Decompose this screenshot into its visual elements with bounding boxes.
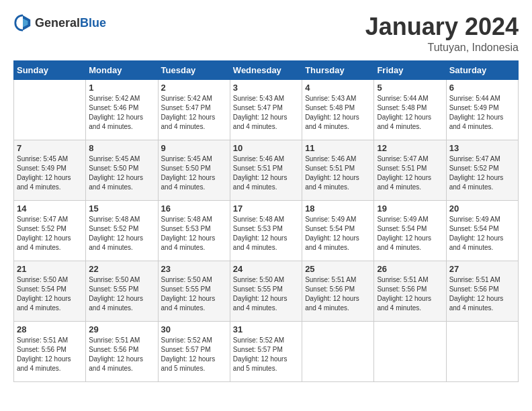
day-number: 10 — [233, 143, 299, 153]
table-row: 18 Sunrise: 5:49 AM Sunset: 5:54 PM Dayl… — [302, 200, 374, 261]
table-row: 3 Sunrise: 5:43 AM Sunset: 5:47 PM Dayli… — [230, 79, 302, 140]
calendar-week-row: 1 Sunrise: 5:42 AM Sunset: 5:46 PM Dayli… — [14, 79, 519, 140]
cell-sunrise: Sunrise: 5:43 AM — [305, 95, 356, 102]
cell-daylight: Daylight: 12 hours and 4 minutes. — [89, 113, 143, 130]
cell-sunset: Sunset: 5:56 PM — [449, 285, 499, 293]
cell-sunrise: Sunrise: 5:48 AM — [89, 216, 140, 223]
calendar-week-row: 21 Sunrise: 5:50 AM Sunset: 5:54 PM Dayl… — [14, 261, 519, 321]
table-row: 21 Sunrise: 5:50 AM Sunset: 5:54 PM Dayl… — [14, 261, 86, 321]
table-row: 27 Sunrise: 5:51 AM Sunset: 5:56 PM Dayl… — [446, 261, 518, 321]
cell-sunrise: Sunrise: 5:50 AM — [161, 276, 212, 283]
day-number: 4 — [305, 83, 371, 93]
cell-sunrise: Sunrise: 5:48 AM — [161, 216, 212, 223]
cell-sunrise: Sunrise: 5:52 AM — [233, 336, 284, 344]
cell-sunrise: Sunrise: 5:50 AM — [89, 276, 140, 283]
cell-sunrise: Sunrise: 5:44 AM — [449, 95, 500, 102]
logo-text: GeneralBlue — [35, 16, 106, 30]
cell-daylight: Daylight: 12 hours and 4 minutes. — [449, 113, 504, 130]
table-row: 10 Sunrise: 5:46 AM Sunset: 5:51 PM Dayl… — [230, 140, 302, 200]
cell-sunset: Sunset: 5:46 PM — [89, 104, 138, 111]
cell-sunset: Sunset: 5:54 PM — [449, 225, 499, 232]
day-number: 29 — [89, 324, 154, 334]
day-number: 3 — [233, 83, 299, 93]
cell-daylight: Daylight: 12 hours and 4 minutes. — [233, 234, 287, 251]
day-number: 18 — [305, 203, 371, 214]
cell-sunrise: Sunrise: 5:45 AM — [161, 155, 212, 163]
day-number: 31 — [233, 324, 299, 334]
cell-sunset: Sunset: 5:54 PM — [305, 225, 355, 232]
table-row: 15 Sunrise: 5:48 AM Sunset: 5:52 PM Dayl… — [86, 200, 158, 261]
cell-daylight: Daylight: 12 hours and 4 minutes. — [233, 174, 287, 191]
cell-daylight: Daylight: 12 hours and 4 minutes. — [17, 174, 71, 191]
day-number: 24 — [233, 264, 299, 274]
cell-sunrise: Sunrise: 5:46 AM — [305, 155, 356, 163]
day-number: 27 — [449, 264, 515, 274]
cell-sunset: Sunset: 5:54 PM — [17, 285, 66, 293]
table-row — [14, 79, 86, 140]
cell-daylight: Daylight: 12 hours and 4 minutes. — [233, 295, 287, 312]
month-title: January 2024 — [365, 13, 519, 40]
cell-sunrise: Sunrise: 5:49 AM — [377, 216, 428, 223]
cell-daylight: Daylight: 12 hours and 4 minutes. — [161, 234, 216, 251]
logo-icon — [13, 13, 32, 32]
table-row: 13 Sunrise: 5:47 AM Sunset: 5:52 PM Dayl… — [446, 140, 518, 200]
table-row: 31 Sunrise: 5:52 AM Sunset: 5:57 PM Dayl… — [230, 321, 302, 381]
day-number: 2 — [161, 83, 227, 93]
cell-sunrise: Sunrise: 5:52 AM — [161, 336, 212, 344]
cell-sunrise: Sunrise: 5:49 AM — [449, 216, 500, 223]
logo-general: General — [35, 16, 80, 30]
cell-daylight: Daylight: 12 hours and 4 minutes. — [89, 234, 143, 251]
day-number: 28 — [17, 324, 83, 334]
cell-daylight: Daylight: 12 hours and 4 minutes. — [89, 174, 143, 191]
cell-sunset: Sunset: 5:51 PM — [305, 165, 355, 172]
day-number: 16 — [161, 203, 227, 214]
cell-sunrise: Sunrise: 5:46 AM — [233, 155, 284, 163]
cell-sunset: Sunset: 5:51 PM — [377, 165, 427, 172]
cell-sunset: Sunset: 5:49 PM — [449, 104, 499, 111]
cell-daylight: Daylight: 12 hours and 4 minutes. — [377, 174, 431, 191]
cell-sunset: Sunset: 5:55 PM — [161, 285, 211, 293]
day-number: 13 — [449, 143, 515, 153]
table-row: 19 Sunrise: 5:49 AM Sunset: 5:54 PM Dayl… — [374, 200, 446, 261]
cell-sunrise: Sunrise: 5:47 AM — [449, 155, 500, 163]
day-number: 11 — [305, 143, 371, 153]
table-row: 30 Sunrise: 5:52 AM Sunset: 5:57 PM Dayl… — [158, 321, 230, 381]
col-thursday: Thursday — [302, 60, 374, 79]
table-row: 23 Sunrise: 5:50 AM Sunset: 5:55 PM Dayl… — [158, 261, 230, 321]
cell-sunset: Sunset: 5:56 PM — [89, 346, 138, 353]
logo-blue: Blue — [80, 16, 106, 30]
calendar-week-row: 14 Sunrise: 5:47 AM Sunset: 5:52 PM Dayl… — [14, 200, 519, 261]
cell-sunset: Sunset: 5:56 PM — [305, 285, 355, 293]
col-sunday: Sunday — [14, 60, 86, 79]
location-title: Tutuyan, Indonesia — [365, 42, 519, 54]
cell-sunset: Sunset: 5:55 PM — [89, 285, 138, 293]
calendar-header-row: Sunday Monday Tuesday Wednesday Thursday… — [14, 60, 519, 79]
day-number: 8 — [89, 143, 154, 153]
cell-sunset: Sunset: 5:56 PM — [377, 285, 427, 293]
calendar-table: Sunday Monday Tuesday Wednesday Thursday… — [13, 60, 519, 382]
day-number: 5 — [377, 83, 443, 93]
cell-sunset: Sunset: 5:53 PM — [233, 225, 283, 232]
cell-daylight: Daylight: 12 hours and 4 minutes. — [377, 113, 431, 130]
day-number: 9 — [161, 143, 227, 153]
cell-sunrise: Sunrise: 5:50 AM — [17, 276, 68, 283]
cell-sunset: Sunset: 5:50 PM — [161, 165, 211, 172]
cell-sunrise: Sunrise: 5:44 AM — [377, 95, 428, 102]
page-header: GeneralBlue January 2024 Tutuyan, Indone… — [13, 13, 519, 54]
cell-sunrise: Sunrise: 5:50 AM — [233, 276, 284, 283]
cell-daylight: Daylight: 12 hours and 4 minutes. — [89, 295, 143, 312]
col-monday: Monday — [86, 60, 158, 79]
cell-sunrise: Sunrise: 5:51 AM — [305, 276, 356, 283]
day-number: 7 — [17, 143, 83, 153]
cell-daylight: Daylight: 12 hours and 4 minutes. — [377, 295, 431, 312]
day-number: 20 — [449, 203, 515, 214]
table-row: 4 Sunrise: 5:43 AM Sunset: 5:48 PM Dayli… — [302, 79, 374, 140]
cell-sunset: Sunset: 5:52 PM — [17, 225, 66, 232]
cell-sunrise: Sunrise: 5:42 AM — [161, 95, 212, 102]
cell-daylight: Daylight: 12 hours and 4 minutes. — [305, 113, 359, 130]
table-row: 14 Sunrise: 5:47 AM Sunset: 5:52 PM Dayl… — [14, 200, 86, 261]
cell-sunrise: Sunrise: 5:49 AM — [305, 216, 356, 223]
cell-sunrise: Sunrise: 5:43 AM — [233, 95, 284, 102]
cell-daylight: Daylight: 12 hours and 5 minutes. — [161, 355, 216, 372]
cell-sunrise: Sunrise: 5:45 AM — [89, 155, 140, 163]
